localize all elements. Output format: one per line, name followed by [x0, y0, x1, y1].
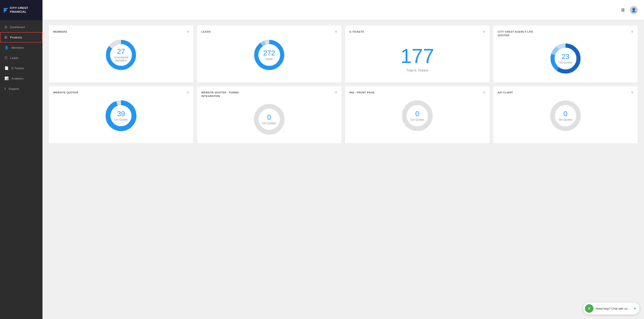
sidebar: CITY CREST FINANCIAL ⊞ Dashboard ⊞ Produ…: [0, 0, 42, 319]
logo-icon: [4, 8, 8, 12]
card-label-leads: Leads: [263, 57, 275, 60]
leads-icon: ☰: [4, 56, 8, 60]
card-label-api-client: Oct Quotes: [558, 118, 572, 121]
sidebar-item-analytics[interactable]: 📊 Analytics: [0, 73, 42, 83]
sidebar-item-dashboard[interactable]: ⊞ Dashboard: [0, 22, 42, 32]
user-avatar[interactable]: 👤: [630, 6, 638, 14]
chat-icon: ✕: [585, 304, 594, 313]
donut-chart-website-quoter-forms: 0 Oct Quotes: [251, 101, 287, 137]
sidebar-item-label: E-Tickets: [12, 66, 24, 70]
members-icon: 👤: [4, 45, 9, 50]
sidebar-item-label: Support: [8, 87, 19, 90]
card-number-website-quoter-forms: 0: [262, 114, 276, 121]
avatar-icon: 👤: [631, 7, 636, 12]
chat-chevron-icon: ▼: [633, 307, 636, 310]
sidebar-item-etickets[interactable]: 📄 E-Tickets: [0, 63, 42, 73]
card-title-website-quoter: WEBSITE QUOTER: [53, 91, 78, 94]
sidebar-item-products[interactable]: ⊞ Products: [0, 32, 42, 42]
content-area: MEMBERS ≡ 27 UnassignedMembers LEADS ≡: [42, 20, 644, 319]
products-icon: ⊞: [4, 35, 8, 39]
card-header-website-quoter-forms: WEBSITE QUOTER - FORMSINTEGRATION ≡: [202, 91, 337, 98]
analytics-icon: 📊: [4, 76, 9, 80]
card-title-api-client: API CLIENT: [498, 91, 513, 94]
donut-chart-api-client: 0 Oct Quotes: [548, 98, 584, 134]
card-header-wq-front-page: WQ - FRONT PAGE ≡: [350, 91, 485, 94]
card-menu-members[interactable]: ≡: [187, 30, 189, 33]
card-menu-website-quoter-forms[interactable]: ≡: [335, 91, 337, 94]
sidebar-item-label: Leads: [10, 56, 18, 60]
card-website-quoter-forms: WEBSITE QUOTER - FORMSINTEGRATION ≡ 0 Oc…: [197, 86, 342, 143]
cards-grid: MEMBERS ≡ 27 UnassignedMembers LEADS ≡: [49, 25, 638, 143]
card-label-city-crest-quoter: Oct Quotes: [558, 61, 572, 64]
card-number-wq-front-page: 0: [410, 110, 424, 117]
card-members: MEMBERS ≡ 27 UnassignedMembers: [49, 25, 194, 83]
card-leads: LEADS ≡ 272 Leads: [197, 25, 342, 83]
card-header-website-quoter: WEBSITE QUOTER ≡: [53, 91, 189, 94]
card-number-city-crest-quoter: 23: [558, 53, 572, 60]
header: 🖥 👤: [42, 0, 644, 20]
card-title-website-quoter-forms: WEBSITE QUOTER - FORMSINTEGRATION: [202, 91, 239, 98]
card-wq-front-page: WQ - FRONT PAGE ≡ 0 Oct Quotes: [345, 86, 490, 143]
logo-area: CITY CREST FINANCIAL: [0, 0, 42, 20]
card-header-etickets: E-TICKETS ≡: [350, 30, 485, 33]
card-menu-leads[interactable]: ≡: [335, 30, 337, 33]
card-api-client: API CLIENT ≡ 0 Oct Quotes: [493, 86, 638, 143]
card-label-website-quoter-forms: Oct Quotes: [262, 122, 276, 125]
card-number-api-client: 0: [558, 110, 572, 117]
card-number-members: 27: [114, 48, 128, 55]
card-label-wq-front-page: Oct Quotes: [410, 118, 424, 121]
card-menu-etickets[interactable]: ≡: [483, 30, 485, 33]
card-label-etickets: Total E-Tickets: [400, 68, 434, 72]
card-title-leads: LEADS: [202, 30, 211, 33]
card-menu-website-quoter[interactable]: ≡: [187, 91, 189, 94]
monitor-icon[interactable]: 🖥: [620, 7, 625, 13]
sidebar-nav: ⊞ Dashboard ⊞ Products 👤 Members ☰ Leads…: [0, 20, 42, 319]
card-title-members: MEMBERS: [53, 30, 67, 33]
card-number-website-quoter: 39: [114, 110, 128, 117]
chat-text: Need help? Chat with us...: [596, 307, 630, 310]
card-header-leads: LEADS ≡: [202, 30, 337, 33]
card-label-members: UnassignedMembers: [114, 56, 128, 62]
donut-chart-website-quoter: 39 Oct Quotes: [103, 98, 139, 134]
donut-chart-leads: 272 Leads: [251, 37, 287, 73]
main-container: 🖥 👤 MEMBERS ≡ 27 UnassignedMembers: [42, 0, 644, 319]
card-title-wq-front-page: WQ - FRONT PAGE: [350, 91, 374, 94]
card-menu-api-client[interactable]: ≡: [631, 91, 633, 94]
sidebar-item-leads[interactable]: ☰ Leads: [0, 53, 42, 63]
card-header-city-crest-quoter: CITY CREST AGENCY LIFEQUOTER ≡: [498, 30, 634, 37]
sidebar-item-label: Dashboard: [10, 25, 25, 29]
sidebar-item-label: Analytics: [12, 77, 24, 80]
logo-text: CITY CREST FINANCIAL: [10, 6, 28, 14]
sidebar-item-label: Products: [10, 36, 22, 39]
card-title-etickets: E-TICKETS: [350, 30, 364, 33]
etickets-icon: 📄: [4, 66, 9, 70]
sidebar-item-support[interactable]: ℹ Support: [0, 83, 42, 94]
chat-widget[interactable]: ✕ Need help? Chat with us... ▼: [583, 303, 640, 315]
card-menu-city-crest-quoter[interactable]: ≡: [631, 30, 633, 33]
support-icon: ℹ: [4, 87, 6, 91]
card-city-crest-quoter: CITY CREST AGENCY LIFEQUOTER ≡ 23 Oct Qu…: [493, 25, 638, 83]
card-header-members: MEMBERS ≡: [53, 30, 189, 33]
donut-chart-wq-front-page: 0 Oct Quotes: [399, 98, 435, 134]
card-number-etickets: 177: [400, 46, 434, 66]
donut-chart-members: 27 UnassignedMembers: [103, 37, 139, 73]
card-title-city-crest-quoter: CITY CREST AGENCY LIFEQUOTER: [498, 30, 533, 37]
card-etickets: E-TICKETS ≡ 177 Total E-Tickets: [345, 25, 490, 83]
dashboard-icon: ⊞: [4, 25, 8, 29]
donut-chart-city-crest-quoter: 23 Oct Quotes: [548, 41, 584, 76]
card-website-quoter: WEBSITE QUOTER ≡ 39 Oct Quotes: [49, 86, 194, 143]
card-number-leads: 272: [263, 49, 275, 56]
card-header-api-client: API CLIENT ≡: [498, 91, 634, 94]
card-menu-wq-front-page[interactable]: ≡: [483, 91, 485, 94]
sidebar-item-label: Members: [12, 46, 24, 49]
sidebar-item-members[interactable]: 👤 Members: [0, 42, 42, 53]
card-label-website-quoter: Oct Quotes: [114, 118, 128, 121]
